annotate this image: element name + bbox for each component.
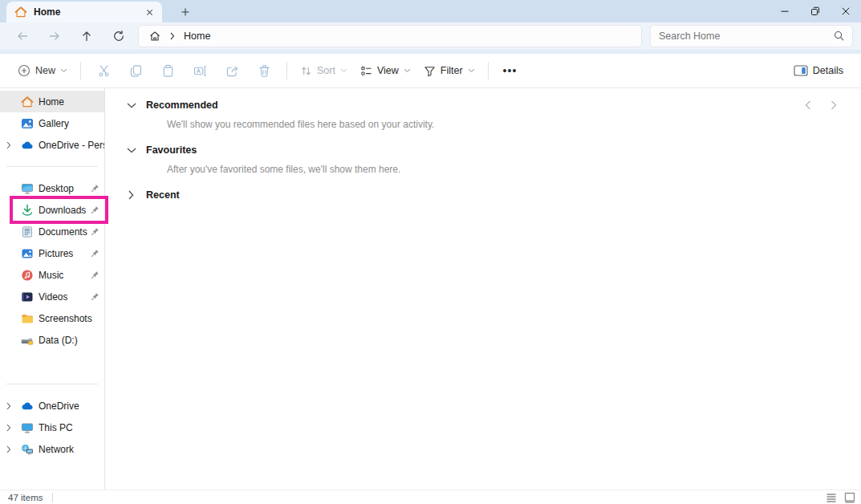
plus-circle-icon [18,64,30,77]
breadcrumb-location[interactable]: Home [184,30,210,42]
sidebar-item-label: Documents [39,226,87,238]
sidebar-item-label: Downloads [39,205,86,216]
sidebar-item-music[interactable]: Music [0,264,104,286]
sort-arrows-icon [300,65,312,77]
up-button[interactable] [71,23,103,49]
view-button[interactable]: View [354,60,417,82]
sidebar-item-home[interactable]: Home [0,91,104,112]
refresh-button[interactable] [103,23,135,49]
expander-chevron-icon[interactable] [6,421,21,434]
minimize-button[interactable] [770,0,800,22]
navigation-pane: Home Gallery [0,88,105,490]
expander-chevron-icon[interactable] [6,443,21,456]
details-pane-button[interactable]: Details [787,60,850,81]
section-header[interactable]: Recent [126,189,861,201]
search-icon[interactable] [833,30,846,43]
tab-home[interactable]: Home [6,2,162,22]
details-pane-icon [794,65,808,76]
chevron-down-icon[interactable] [126,148,136,153]
close-button[interactable] [831,0,861,22]
pin-icon [91,292,100,301]
filter-button[interactable]: Filter [417,60,481,82]
sidebar-item-label: Screenshots [39,313,92,324]
section-title: Recommended [146,100,218,111]
file-explorer-window: Home [0,0,861,504]
breadcrumb[interactable]: Home [138,25,642,47]
sidebar-item-desktop[interactable]: Desktop [0,177,104,199]
section-recommended: Recommended We'll show you recommended f… [126,99,861,130]
section-header[interactable]: Recommended [126,99,861,112]
desktop-icon [21,182,34,195]
new-button[interactable]: New [11,59,74,82]
expander-chevron-icon[interactable] [6,139,21,152]
chevron-down-icon [404,68,411,73]
sidebar-item-data-drive[interactable]: Data (D:) [0,329,104,351]
sidebar-item-label: Home [39,96,64,108]
share-button[interactable] [216,58,248,83]
forward-button[interactable] [39,23,71,49]
breadcrumb-chevron-icon [170,32,175,40]
sidebar-item-screenshots[interactable]: Screenshots [0,307,104,329]
pin-icon [91,205,100,214]
cut-button[interactable] [87,58,120,83]
pin-icon [91,249,100,258]
carousel-nav [802,99,840,112]
sidebar-divider [6,166,98,167]
sidebar-item-this-pc[interactable]: This PC [0,417,104,438]
section-header[interactable]: Favourites [126,144,861,156]
filter-button-label: Filter [441,65,463,76]
view-list-icon [360,65,372,77]
large-icons-view-icon[interactable] [844,492,855,503]
details-view-icon[interactable] [826,492,837,503]
sidebar-item-label: This PC [39,422,73,433]
tab-title: Home [34,6,135,18]
sidebar-item-label: OneDrive [39,400,79,412]
copy-button[interactable] [120,58,152,83]
navigation-bar: Home [0,22,861,54]
sort-button[interactable]: Sort [294,60,354,82]
sidebar-item-downloads[interactable]: Downloads [0,199,104,221]
sidebar-divider [6,384,98,384]
documents-icon [21,226,34,238]
delete-button[interactable] [248,58,280,83]
search-box [650,25,853,47]
toolbar-separator [286,62,287,79]
folder-icon [21,312,34,325]
sidebar-item-pictures[interactable]: Pictures [0,242,104,264]
expander-chevron-icon[interactable] [6,400,21,413]
sidebar-item-onedrive[interactable]: OneDrive [0,395,104,417]
sidebar-item-gallery[interactable]: Gallery [0,112,104,134]
tab-close-icon[interactable] [141,4,157,20]
carousel-left-icon[interactable] [802,99,814,112]
paste-button[interactable] [152,58,184,83]
music-icon [21,269,34,282]
home-icon [14,6,27,18]
maximize-restore-button[interactable] [800,0,831,22]
section-recent: Recent [126,189,861,201]
sidebar-item-label: Music [39,270,63,281]
new-button-label: New [35,65,55,76]
toolbar-separator [488,62,489,79]
sidebar-item-label: Network [39,444,74,455]
sidebar-item-onedrive-personal[interactable]: OneDrive - Persona [0,134,104,156]
toolbar-separator [80,62,81,79]
section-title: Recent [146,189,180,201]
carousel-right-icon[interactable] [827,99,840,112]
chevron-down-icon[interactable] [126,103,136,108]
more-options-button[interactable]: ••• [495,61,526,80]
statusbar-divider [52,493,53,502]
search-input[interactable] [659,30,833,42]
back-button[interactable] [6,23,39,49]
pin-icon [91,184,100,193]
view-button-label: View [377,65,399,76]
chevron-right-icon[interactable] [126,190,136,200]
window-controls [770,0,861,22]
rename-button[interactable] [184,58,216,83]
downloads-icon [21,204,34,217]
sidebar-item-documents[interactable]: Documents [0,221,104,242]
sidebar-item-network[interactable]: Network [0,438,104,460]
new-tab-button[interactable] [175,2,196,22]
sidebar-item-videos[interactable]: Videos [0,286,104,307]
item-count: 47 items [8,493,43,502]
this-pc-icon [21,421,34,434]
